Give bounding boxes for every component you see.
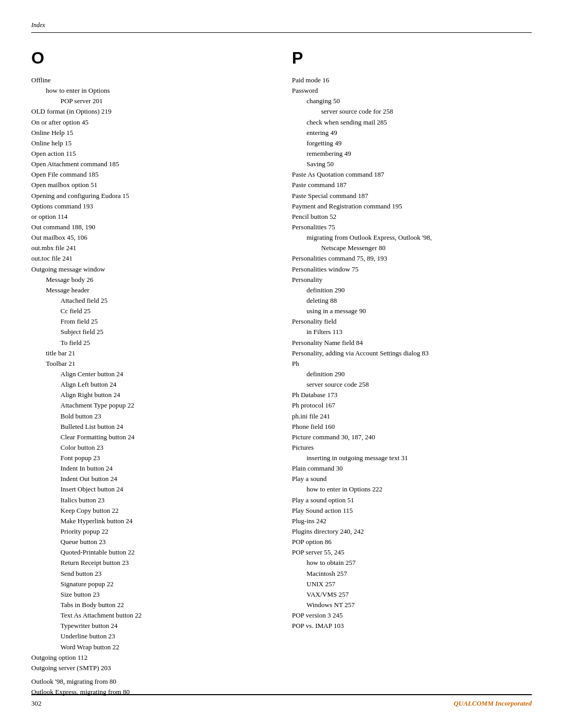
list-item: Netscape Messenger 80	[321, 243, 532, 253]
list-item: Size button 23	[60, 589, 271, 600]
list-item: inserting in outgoing message text 31	[307, 453, 532, 463]
right-index-entries: Paid mode 16Passwordchanging 50server so…	[292, 75, 532, 631]
list-item: Underline button 23	[60, 631, 271, 641]
page-number: 302	[31, 699, 42, 708]
list-item: Open Attachment command 185	[31, 159, 271, 169]
list-item: Outgoing server (SMTP) 203	[31, 663, 271, 673]
list-item: Paste Special command 187	[292, 191, 532, 201]
list-item: Align Right button 24	[60, 390, 271, 400]
list-item: title bar 21	[46, 348, 271, 359]
list-item: using in a message 90	[307, 306, 532, 316]
list-item: POP server 201	[60, 96, 271, 106]
list-item: out.toc file 241	[31, 253, 271, 264]
page: Index O Offlinehow to enter in OptionsPO…	[0, 0, 563, 728]
list-item: or option 114	[31, 212, 271, 222]
section-p-letter: P	[292, 48, 532, 68]
list-item: Out mailbox 45, 106	[31, 232, 271, 243]
list-item: Password	[292, 85, 532, 96]
list-item: Pictures	[292, 442, 532, 453]
list-item: forgetting 49	[307, 138, 532, 149]
list-item: how to enter in Options 222	[307, 484, 532, 495]
list-item: Font popup 23	[60, 453, 271, 463]
list-item: Play a sound option 51	[292, 495, 532, 505]
list-item: Online help 15	[31, 138, 271, 149]
list-item: server source code for 258	[321, 106, 532, 117]
list-item: Send button 23	[60, 569, 271, 579]
list-item: server source code 258	[307, 379, 532, 390]
list-item: definition 290	[307, 369, 532, 379]
list-item: Attachment Type popup 22	[60, 400, 271, 411]
list-item: Outgoing message window	[31, 264, 271, 275]
list-item: how to obtain 257	[307, 558, 532, 568]
company-name: QUALCOMM Incorporated	[454, 699, 532, 708]
list-item: Open mailbox option 51	[31, 180, 271, 190]
list-item: Outgoing option 112	[31, 652, 271, 663]
list-item: Personality	[292, 275, 532, 285]
list-item: Align Center button 24	[60, 369, 271, 379]
section-o-letter: O	[31, 48, 271, 68]
list-item: Saving 50	[307, 159, 532, 169]
list-item: Make Hyperlink button 24	[60, 516, 271, 526]
list-item: VAX/VMS 257	[307, 589, 532, 600]
list-item: Personality field	[292, 316, 532, 327]
list-item: Personality Name field 84	[292, 338, 532, 348]
list-item: Paid mode 16	[292, 75, 532, 85]
list-item: Subject field 25	[60, 327, 271, 337]
list-item: POP vs. IMAP 103	[292, 621, 532, 631]
list-item: POP version 3 245	[292, 610, 532, 621]
list-item: Signature popup 22	[60, 579, 271, 589]
list-item: Paste command 187	[292, 180, 532, 190]
list-item: Insert Object button 24	[60, 484, 271, 495]
list-item: Cc field 25	[60, 306, 271, 316]
list-item: Phone field 160	[292, 422, 532, 432]
list-item: Priority popup 22	[60, 526, 271, 537]
list-item: Plugins directory 240, 242	[292, 526, 532, 537]
list-item: Picture command 30, 187, 240	[292, 432, 532, 442]
page-header: Index	[31, 21, 532, 33]
list-item: Message body 26	[46, 275, 271, 285]
list-item: Outlook '98, migrating from 80	[31, 676, 271, 687]
list-item: UNIX 257	[307, 579, 532, 589]
list-item: Plain command 30	[292, 463, 532, 474]
list-item: To field 25	[60, 338, 271, 348]
list-item: migrating from Outlook Express, Outlook …	[307, 232, 532, 243]
list-item: POP server 55, 245	[292, 547, 532, 558]
right-column: P Paid mode 16Passwordchanging 50server …	[287, 48, 532, 697]
list-item: entering 49	[307, 128, 532, 138]
list-item: OLD format (in Options) 219	[31, 106, 271, 117]
page-footer: 302 QUALCOMM Incorporated	[31, 694, 532, 708]
list-item: Offline	[31, 75, 271, 85]
list-item: Keep Copy button 22	[60, 505, 271, 516]
list-item: Play a sound	[292, 474, 532, 484]
list-item: From field 25	[60, 316, 271, 327]
list-item: Plug-ins 242	[292, 516, 532, 526]
list-item: On or after option 45	[31, 117, 271, 128]
list-item: Message header	[46, 285, 271, 295]
list-item: Bulleted List button 24	[60, 422, 271, 432]
list-item: Clear Formatting button 24	[60, 432, 271, 442]
list-item: Opening and configuring Eudora 15	[31, 191, 271, 201]
list-item: deleting 88	[307, 295, 532, 306]
list-item: Bold button 23	[60, 411, 271, 422]
left-index-entries: Offlinehow to enter in OptionsPOP server…	[31, 75, 271, 673]
list-item: Personality, adding via Account Settings…	[292, 348, 532, 359]
list-item: Toolbar 21	[46, 359, 271, 369]
left-column: O Offlinehow to enter in OptionsPOP serv…	[31, 48, 287, 697]
list-item: Color button 23	[60, 442, 271, 453]
list-item: Ph protocol 167	[292, 400, 532, 411]
list-item: Typewriter button 24	[60, 621, 271, 631]
list-item: remembering 49	[307, 149, 532, 159]
list-item: Pencil button 52	[292, 212, 532, 222]
list-item: changing 50	[307, 96, 532, 106]
list-item: how to enter in Options	[46, 85, 271, 96]
list-item: Personalities window 75	[292, 264, 532, 275]
list-item: Personalities command 75, 89, 193	[292, 253, 532, 264]
list-item: Ph Database 173	[292, 390, 532, 400]
list-item: Payment and Registration command 195	[292, 201, 532, 212]
list-item: Italics button 23	[60, 495, 271, 505]
content-area: O Offlinehow to enter in OptionsPOP serv…	[31, 48, 532, 697]
list-item: Tabs in Body button 22	[60, 600, 271, 610]
list-item: in Filters 113	[307, 327, 532, 337]
list-item: Windows NT 257	[307, 600, 532, 610]
list-item: definition 290	[307, 285, 532, 295]
